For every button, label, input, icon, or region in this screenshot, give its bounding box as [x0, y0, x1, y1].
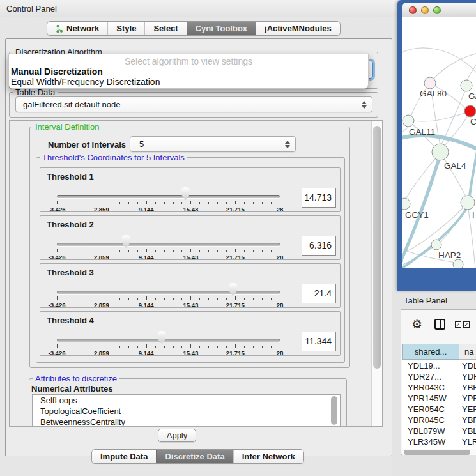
threshold-slider[interactable]: -3.4262.8599.14415.4321.71528 [57, 239, 280, 261]
threshold-value-field[interactable]: 6.316 [302, 236, 336, 256]
table-row[interactable]: YBL079WYBL0 [402, 426, 476, 436]
tab-select[interactable]: Select [144, 22, 186, 35]
tick-label: 9.144 [139, 254, 154, 261]
table-row[interactable]: YBR043CYBR0 [402, 382, 476, 393]
gear-icon[interactable]: ⚙ [411, 317, 422, 332]
columns-icon[interactable] [434, 319, 445, 330]
network-node-hap2[interactable] [431, 240, 441, 250]
tick-mark [271, 346, 272, 348]
threshold-value-field[interactable]: 14.713 [302, 188, 336, 208]
tab-network[interactable]: Network [47, 22, 107, 35]
network-node-c[interactable] [464, 105, 476, 117]
tab-cyni-toolbox[interactable]: Cyni Toolbox [187, 22, 256, 35]
cell-name: YBL0 [459, 426, 476, 436]
tick-mark [199, 202, 200, 204]
tick-label: 15.43 [183, 254, 199, 261]
algorithm-option-manual-discretization[interactable]: Manual Discretization [11, 66, 103, 77]
tick-mark [262, 346, 263, 348]
number-of-intervals-value: 5 [139, 139, 144, 149]
network-node-unlabeled[interactable] [453, 259, 463, 268]
tick-mark [262, 250, 263, 252]
minimize-traffic-light[interactable] [421, 6, 429, 14]
vertical-scrollbar-track[interactable] [371, 121, 382, 426]
threshold-slider[interactable]: -3.4262.8599.14415.4321.71528 [57, 191, 280, 213]
tab-label: Cyni Toolbox [196, 24, 247, 33]
threshold-panel-1: Threshold 1-3.4262.8599.14415.4321.71528… [40, 167, 341, 212]
close-traffic-light[interactable] [409, 6, 417, 14]
tick-mark [75, 202, 75, 204]
tab-style[interactable]: Style [107, 22, 144, 35]
network-node-gal11[interactable] [403, 115, 414, 127]
tick-mark [66, 202, 66, 204]
threshold-value-field[interactable]: 21.4 [302, 284, 336, 303]
list-scrollbar[interactable] [331, 396, 337, 425]
tick-mark [84, 346, 84, 348]
table-row[interactable]: YDR27...YDR2 [402, 371, 476, 382]
network-node-gal4[interactable] [432, 144, 449, 160]
network-window-titlebar[interactable] [402, 3, 476, 17]
network-node-ga[interactable] [461, 80, 472, 91]
zoom-traffic-light[interactable] [433, 6, 441, 14]
apply-button[interactable]: Apply [158, 429, 196, 442]
algorithm-option-equal-width-frequency-discretization[interactable]: Equal Width/Frequency Discretization [11, 77, 160, 87]
tick-mark [217, 346, 218, 348]
horizontal-scrollbar-track[interactable] [402, 449, 476, 455]
threshold-slider[interactable]: -3.4262.8599.14415.4321.71528 [57, 287, 280, 309]
slider-track[interactable] [57, 339, 280, 342]
algorithm-dropdown-popup: Select algorithm to view settings Manual… [8, 54, 369, 89]
slider-thumb[interactable] [228, 283, 238, 296]
attribute-item-topologicalcoefficient[interactable]: TopologicalCoefficient [33, 406, 340, 417]
threshold-slider[interactable]: -3.4262.8599.14415.4321.71528 [57, 335, 280, 357]
table-panel-section: Table Panel ⚙ ✓ ✓ shared... na YDL19...Y… [392, 291, 476, 476]
network-icon [56, 24, 63, 33]
tab-discretize-data[interactable]: Discretize Data [156, 450, 233, 463]
column-header-name[interactable]: na [459, 344, 476, 360]
slider-thumb[interactable] [157, 331, 167, 344]
attribute-item-betweennesscentrality[interactable]: BetweennessCentrality [33, 417, 340, 426]
tick-label: 2.859 [94, 206, 109, 213]
number-of-intervals-combobox[interactable]: 5 [130, 136, 296, 152]
network-edge [470, 151, 476, 196]
vertical-scrollbar-thumb[interactable] [373, 126, 381, 369]
slider-track[interactable] [57, 243, 280, 246]
table-row[interactable]: YDL19...YDL1 [402, 360, 476, 371]
threshold-value-field[interactable]: 11.344 [302, 332, 336, 351]
tab-infer-network[interactable]: Infer Network [233, 450, 303, 463]
network-node-gcy1[interactable] [402, 198, 410, 210]
table-row[interactable]: YER054CYER0 [402, 404, 476, 415]
column-header-shared[interactable]: shared... [402, 344, 459, 360]
slider-track[interactable] [57, 291, 280, 294]
table-data-group-title: Table Data [13, 88, 58, 97]
tick-mark [181, 298, 182, 300]
network-node-gal80[interactable] [424, 77, 436, 89]
tick-mark [208, 250, 209, 252]
tick-mark [111, 298, 111, 300]
network-canvas[interactable]: GAL80GACGAL11GAL4GCY1HHAP2 [402, 17, 476, 268]
node-label: HAP2 [438, 250, 461, 260]
tick-label: 9.144 [139, 206, 154, 213]
table-row[interactable]: YBR045CYBR0 [402, 415, 476, 426]
horizontal-scrollbar-thumb[interactable] [404, 450, 470, 455]
table-row[interactable]: YLR345WYLR3 [402, 436, 476, 447]
tick-mark [146, 201, 147, 204]
slider-track[interactable] [57, 195, 280, 198]
attribute-item-selfloops[interactable]: SelfLoops [33, 395, 340, 406]
tab-impute-data[interactable]: Impute Data [92, 450, 156, 463]
checkbox-icon[interactable]: ✓ [463, 321, 470, 328]
tab-jactivemnodules[interactable]: jActiveMNodules [256, 22, 340, 35]
checkbox-icon[interactable]: ✓ [455, 321, 461, 328]
tick-mark [235, 296, 236, 300]
tick-mark [57, 296, 58, 300]
cell-shared-name: YDR27... [402, 371, 459, 382]
threshold-panel-2: Threshold 2-3.4262.8599.14415.4321.71528… [40, 215, 341, 260]
slider-thumb[interactable] [180, 187, 190, 200]
network-node-h[interactable] [461, 196, 475, 210]
tick-label: 9.144 [139, 349, 154, 357]
slider-thumb[interactable] [121, 235, 131, 248]
table-row[interactable]: YPR145WYPR1 [402, 393, 476, 404]
attribute-items: SelfLoopsTopologicalCoefficientBetweenne… [33, 395, 340, 426]
tab-label: Infer Network [242, 452, 295, 461]
table-data-combobox[interactable]: galFiltered.sif default node [15, 96, 372, 112]
tick-mark [119, 250, 120, 252]
tick-mark [128, 346, 129, 348]
